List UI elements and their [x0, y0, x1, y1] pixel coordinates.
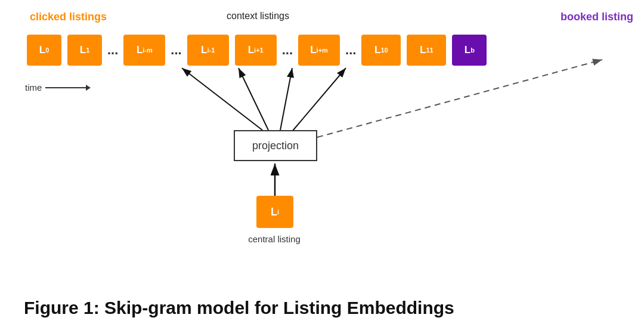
- context-listings-label: context listings: [227, 11, 289, 21]
- svg-line-4: [239, 68, 268, 130]
- listing-box-L0: L0: [27, 35, 61, 66]
- projection-box: projection: [234, 130, 317, 161]
- listing-row: L0 L1 ... Li-m ... Li-1 Li+1 ... Li+m ..…: [24, 35, 490, 66]
- arrow-right-icon: [45, 87, 87, 88]
- listing-box-Lim: Li-m: [123, 35, 165, 66]
- figure-caption: Figure 1: Skip-gram model for Listing Em…: [24, 298, 454, 318]
- listing-box-Lb: Lb: [452, 35, 487, 66]
- central-listing-box: Li: [256, 196, 293, 228]
- dots-2: ...: [171, 42, 181, 58]
- listing-box-L1: L1: [67, 35, 102, 66]
- listing-box-Li1p: Li+1: [235, 35, 277, 66]
- dots-4: ...: [345, 42, 356, 58]
- listing-box-Lipm: Li+m: [298, 35, 340, 66]
- time-arrow: time: [25, 82, 87, 93]
- svg-line-5: [280, 68, 292, 130]
- listing-box-Li1: Li-1: [187, 35, 229, 66]
- diagram-area: clicked listings context listings booked…: [0, 0, 644, 257]
- listing-box-L10: L10: [361, 35, 401, 66]
- dots-1: ...: [107, 42, 118, 58]
- central-listing-label: central listing: [233, 234, 316, 244]
- svg-line-3: [182, 68, 262, 130]
- dots-3: ...: [282, 42, 293, 58]
- projection-label: projection: [252, 140, 299, 152]
- clicked-listings-label: clicked listings: [30, 11, 107, 23]
- svg-line-6: [292, 68, 346, 131]
- time-label: time: [25, 82, 42, 93]
- listing-box-L11: L11: [407, 35, 446, 66]
- booked-listing-label: booked listing: [561, 11, 633, 23]
- svg-line-7: [317, 60, 602, 137]
